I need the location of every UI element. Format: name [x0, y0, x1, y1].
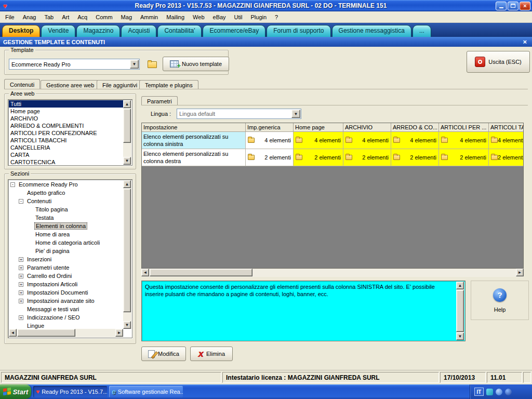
- new-template-button[interactable]: + Nuovo template: [163, 57, 229, 71]
- list-item[interactable]: Tutti: [9, 100, 123, 108]
- start-button[interactable]: Start: [0, 384, 31, 399]
- tab-more[interactable]: ...: [413, 25, 431, 37]
- scroll-right-button[interactable]: ►: [516, 269, 524, 276]
- menu-art[interactable]: Art: [58, 12, 73, 22]
- table-row[interactable]: Elenco elementi personalizzati su colonn…: [142, 149, 523, 166]
- column-header[interactable]: ARTICOLI PER ...: [439, 123, 489, 132]
- tree-collapse-icon[interactable]: -: [19, 199, 23, 204]
- language-indicator[interactable]: IT: [474, 388, 484, 396]
- menu-util[interactable]: Util: [230, 12, 247, 22]
- tab-desktop[interactable]: Desktop: [2, 25, 40, 37]
- menu-mailing[interactable]: Mailing: [162, 12, 189, 22]
- tab-contenuti[interactable]: Contenuti: [4, 79, 40, 89]
- sezioni-tree[interactable]: -Ecommerce Ready Pro Aspetto grafico -Co…: [8, 179, 132, 338]
- tree-item[interactable]: +Carrello ed Ordini: [9, 272, 123, 280]
- tree-item-selected[interactable]: Elementi in colonna: [9, 222, 123, 230]
- tree-item-label[interactable]: Impostazioni Documenti: [26, 289, 89, 296]
- scroll-down-button[interactable]: ▼: [123, 321, 131, 329]
- column-header[interactable]: Home page: [294, 123, 343, 132]
- tree-item-label[interactable]: Impostazioni avanzate sito: [26, 298, 96, 304]
- tree-expand-icon[interactable]: +: [19, 257, 23, 262]
- area-value-cell[interactable]: 4 elementi: [343, 132, 391, 149]
- tray-icon-2[interactable]: [496, 389, 502, 395]
- list-item[interactable]: ARTICOLI PER CONFEZIONARE: [9, 129, 123, 137]
- tree-item[interactable]: Pie' di pagina: [9, 247, 123, 255]
- menu-comm[interactable]: Comm: [91, 12, 116, 22]
- tree-item-label[interactable]: Home di categoria articoli: [34, 240, 101, 246]
- tree-item-label[interactable]: Parametri utente: [26, 264, 70, 271]
- tree-item-label[interactable]: Impostazioni Articoli: [26, 281, 78, 287]
- tree-item-label[interactable]: Indicizzazione / SEO: [26, 314, 81, 321]
- sezioni-hscrollbar[interactable]: ◄ ►: [9, 329, 123, 337]
- scroll-up-button[interactable]: ▲: [123, 100, 131, 108]
- menu-ammin[interactable]: Ammin: [136, 12, 162, 22]
- panel-close-icon[interactable]: ×: [523, 38, 527, 46]
- tree-item-label[interactable]: Pie' di pagina: [34, 248, 71, 254]
- tab-gestione-aree-web[interactable]: Gestione aree web: [41, 80, 100, 89]
- minimize-button[interactable]: [496, 2, 507, 10]
- template-combobox-dropdown-button[interactable]: ▼: [130, 60, 139, 69]
- tree-item[interactable]: -Ecommerce Ready Pro: [9, 180, 123, 189]
- scroll-up-button[interactable]: ▲: [123, 180, 131, 188]
- area-value-cell[interactable]: 2 elementi: [294, 149, 343, 166]
- tab-ecommerce-ebay[interactable]: Ecommerce/eBay: [203, 25, 265, 37]
- sezioni-vscrollbar[interactable]: ▲ ▼: [123, 180, 131, 329]
- tree-collapse-icon[interactable]: -: [10, 182, 15, 187]
- tray-icon-1[interactable]: [486, 389, 493, 395]
- list-item[interactable]: CANCELLERIA: [9, 144, 123, 151]
- menu-mag[interactable]: Mag: [117, 12, 136, 22]
- elimina-button[interactable]: X Elimina: [190, 347, 233, 361]
- area-value-cell[interactable]: 4 elementi: [439, 132, 489, 149]
- taskbar-task-browser[interactable]: e Software gestionale Rea...: [109, 386, 183, 397]
- column-header[interactable]: ARREDO & CO...: [391, 123, 439, 132]
- area-value-cell[interactable]: 4 elementi: [294, 132, 343, 149]
- generic-value-cell[interactable]: 2 elementi: [246, 149, 294, 166]
- tree-item-label[interactable]: Contenuti: [26, 198, 52, 204]
- tree-expand-icon[interactable]: +: [19, 265, 23, 270]
- tab-vendite[interactable]: Vendite: [41, 25, 75, 37]
- tree-item-label[interactable]: Ecommerce Ready Pro: [18, 181, 79, 188]
- tree-expand-icon[interactable]: +: [19, 282, 23, 287]
- tree-item[interactable]: Lingue: [9, 322, 123, 329]
- scroll-left-button[interactable]: ◄: [9, 329, 17, 337]
- tab-template-e-plugins[interactable]: Template e plugins: [139, 80, 198, 89]
- grid-hscrollbar[interactable]: ◄ ►: [141, 269, 524, 277]
- tab-contabilita[interactable]: Contabilita': [157, 25, 202, 37]
- aree-web-scrollbar[interactable]: ▲ ▼: [123, 100, 131, 165]
- area-value-cell[interactable]: 2 elementi: [343, 149, 391, 166]
- tree-item[interactable]: Home di area: [9, 230, 123, 238]
- tree-item-label[interactable]: Aspetto grafico: [26, 190, 66, 196]
- restore-button[interactable]: [508, 2, 518, 10]
- menu-help[interactable]: ?: [271, 12, 282, 22]
- scrollbar-thumb[interactable]: [150, 269, 252, 276]
- list-item[interactable]: ARTICOLI TABACCHI: [9, 137, 123, 144]
- tree-item-label[interactable]: Lingue: [26, 323, 45, 329]
- area-value-cell[interactable]: 2 elementi: [489, 149, 524, 166]
- scrollbar-thumb[interactable]: [123, 109, 131, 143]
- column-header[interactable]: ARTICOLI TA...: [489, 123, 524, 132]
- list-item[interactable]: CARTA: [9, 151, 123, 158]
- area-value-cell[interactable]: 4 elementi: [391, 132, 439, 149]
- tree-item-label[interactable]: Elementi in colonna: [34, 222, 87, 230]
- tree-expand-icon[interactable]: +: [19, 315, 23, 320]
- tray-icon-3[interactable]: [505, 389, 512, 395]
- list-item[interactable]: Home page: [9, 108, 123, 115]
- tree-item-label[interactable]: Carrello ed Ordini: [26, 273, 73, 279]
- menu-tab[interactable]: Tab: [40, 12, 58, 22]
- template-combobox[interactable]: Ecommerce Ready Pro ▼: [9, 59, 140, 70]
- menu-anag[interactable]: Anag: [19, 12, 41, 22]
- column-header[interactable]: ARCHIVIO: [343, 123, 391, 132]
- tree-item[interactable]: +Parametri utente: [9, 263, 123, 272]
- list-item[interactable]: ARREDO & COMPLEMENTI: [9, 122, 123, 129]
- list-item[interactable]: ARCHIVIO: [9, 115, 123, 122]
- tree-item[interactable]: +Inserzioni: [9, 255, 123, 263]
- tree-expand-icon[interactable]: +: [19, 274, 23, 278]
- tree-item[interactable]: +Impostazioni Articoli: [9, 280, 123, 288]
- generic-value-cell[interactable]: 4 elementi: [246, 132, 294, 149]
- scroll-right-button[interactable]: ►: [115, 329, 123, 337]
- scrollbar-thumb[interactable]: [17, 329, 75, 337]
- aree-web-listbox[interactable]: Tutti Home page ARCHIVIO ARREDO & COMPLE…: [8, 99, 132, 166]
- tab-forum-supporto[interactable]: Forum di supporto: [267, 25, 330, 37]
- tree-item-label[interactable]: Titolo pagina: [34, 206, 69, 212]
- modifica-button[interactable]: Modifica: [141, 347, 186, 361]
